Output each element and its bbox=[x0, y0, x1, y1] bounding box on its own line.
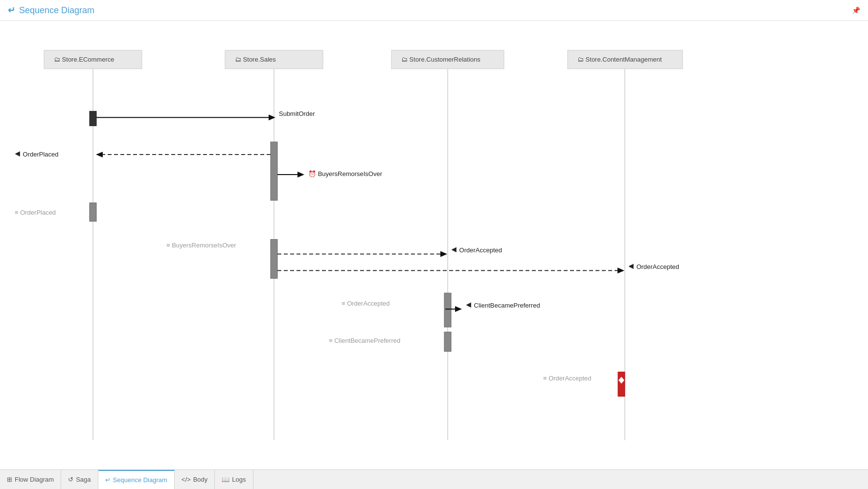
tab-sequence-diagram[interactable]: ↵ Sequence Diagram bbox=[98, 470, 175, 489]
label-orderaccepted-cr: ≡ OrderAccepted bbox=[342, 300, 390, 307]
msg2-label: ⯇ OrderPlaced bbox=[15, 151, 59, 158]
act-box-ecommerce-1 bbox=[90, 111, 96, 126]
act-box-customer-1 bbox=[444, 293, 451, 327]
msg6-label: ⯇ ClientBecamePreferred bbox=[466, 302, 540, 309]
lifeline-label-sales: 🗂 Store.Sales bbox=[235, 56, 276, 63]
saga-icon: ↺ bbox=[68, 476, 73, 483]
flow-diagram-icon: ⊞ bbox=[7, 476, 12, 483]
msg3-label: ⏰ BuyersRemorseIsOver bbox=[308, 170, 383, 178]
pin-icon[interactable]: 📌 bbox=[852, 6, 860, 14]
msg6-arrow-small bbox=[455, 306, 462, 312]
page-title: Sequence Diagram bbox=[19, 5, 94, 16]
diagram-area: 🗂 Store.ECommerce 🗂 Store.Sales 🗂 Store.… bbox=[0, 21, 868, 469]
label-orderaccepted-cm: ≡ OrderAccepted bbox=[543, 375, 592, 382]
tab-body[interactable]: </> Body bbox=[175, 470, 215, 489]
label-orderplaced-ec: ≡ OrderPlaced bbox=[15, 209, 56, 216]
sequence-diagram-svg: 🗂 Store.ECommerce 🗂 Store.Sales 🗂 Store.… bbox=[0, 21, 868, 469]
label-clientbecame: ≡ ClientBecamePreferred bbox=[329, 337, 400, 344]
header: ↵ Sequence Diagram 📌 bbox=[0, 0, 868, 21]
msg5-arrow bbox=[617, 267, 624, 273]
act-box-customer-2 bbox=[444, 332, 451, 352]
act-box-sales-2 bbox=[271, 240, 277, 279]
sequence-diagram-tab-icon: ↵ bbox=[105, 476, 111, 484]
msg1-dot bbox=[270, 116, 273, 119]
msg2-arrow bbox=[96, 152, 103, 157]
act-box-ecommerce-2 bbox=[90, 203, 96, 222]
msg5-label: ⯇ OrderAccepted bbox=[628, 263, 679, 270]
lifeline-label-ecommerce: 🗂 Store.ECommerce bbox=[54, 56, 114, 63]
msg3-arrow bbox=[297, 172, 304, 178]
msg4-label: ⯇ OrderAccepted bbox=[451, 246, 502, 254]
msg4-arrow bbox=[440, 251, 447, 257]
tab-saga[interactable]: ↺ Saga bbox=[61, 470, 98, 489]
act-box-content-error bbox=[618, 372, 625, 397]
sequence-icon: ↵ bbox=[8, 5, 15, 16]
body-icon: </> bbox=[182, 476, 191, 483]
tab-logs[interactable]: 📖 Logs bbox=[215, 470, 253, 489]
bottom-tab-bar: ⊞ Flow Diagram ↺ Saga ↵ Sequence Diagram… bbox=[0, 469, 868, 489]
tab-flow-diagram[interactable]: ⊞ Flow Diagram bbox=[0, 470, 61, 489]
msg1-label: SubmitOrder bbox=[279, 110, 315, 117]
tab-sequence-diagram-label: Sequence Diagram bbox=[113, 476, 167, 484]
tab-saga-label: Saga bbox=[76, 476, 91, 483]
tab-flow-diagram-label: Flow Diagram bbox=[15, 476, 54, 483]
tab-logs-label: Logs bbox=[232, 476, 246, 483]
act-box-sales-1 bbox=[271, 142, 277, 200]
tab-body-label: Body bbox=[193, 476, 208, 483]
lifeline-label-customer: 🗂 Store.CustomerRelations bbox=[401, 56, 480, 63]
lifeline-label-content: 🗂 Store.ContentManagement bbox=[577, 56, 662, 63]
logs-icon: 📖 bbox=[222, 476, 229, 483]
label-buyersremorse: ≡ BuyersRemorseIsOver bbox=[166, 242, 236, 249]
